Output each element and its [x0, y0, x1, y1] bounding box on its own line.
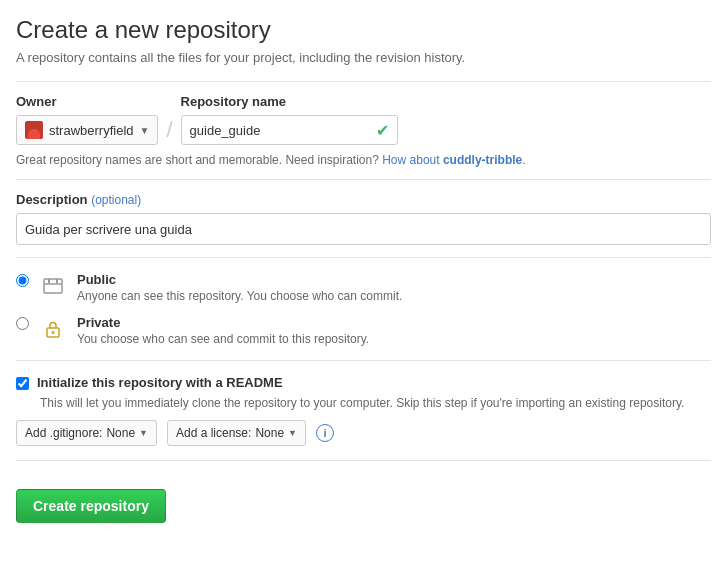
owner-name: strawberryfield [49, 123, 134, 138]
divider-3 [16, 257, 711, 258]
extras-row: Add .gitignore: None ▼ Add a license: No… [16, 420, 711, 446]
private-icon [39, 315, 67, 343]
repo-hint-how-about[interactable]: How about cuddly-tribble [382, 153, 522, 167]
gitignore-label: Add .gitignore: [25, 426, 102, 440]
divider-5 [16, 460, 711, 461]
owner-repo-row: Owner strawberryfield ▼ / Repository nam… [16, 94, 711, 145]
description-optional: (optional) [91, 193, 141, 207]
gitignore-arrow: ▼ [139, 428, 148, 438]
init-readme-checkbox[interactable] [16, 377, 29, 390]
owner-label: Owner [16, 94, 158, 109]
init-row: Initialize this repository with a README [16, 375, 711, 390]
description-input[interactable] [16, 213, 711, 245]
svg-rect-1 [48, 279, 50, 283]
page-title: Create a new repository [16, 16, 711, 44]
gitignore-value: None [106, 426, 135, 440]
owner-dropdown[interactable]: strawberryfield ▼ [16, 115, 158, 145]
description-label: Description (optional) [16, 192, 711, 207]
license-dropdown[interactable]: Add a license: None ▼ [167, 420, 306, 446]
info-icon[interactable]: i [316, 424, 334, 442]
create-repository-button[interactable]: Create repository [16, 489, 166, 523]
init-readme-label[interactable]: Initialize this repository with a README [37, 375, 283, 390]
visibility-section: Public Anyone can see this repository. Y… [16, 272, 711, 346]
divider-4 [16, 360, 711, 361]
description-section: Description (optional) [16, 192, 711, 245]
repo-name-input[interactable] [190, 123, 370, 138]
visibility-private-text: Private You choose who can see and commi… [77, 315, 369, 346]
init-section: Initialize this repository with a README… [16, 375, 711, 446]
license-value: None [255, 426, 284, 440]
owner-avatar [25, 121, 43, 139]
owner-dropdown-arrow: ▼ [140, 125, 150, 136]
license-label: Add a license: [176, 426, 251, 440]
public-icon [39, 272, 67, 300]
visibility-public-text: Public Anyone can see this repository. Y… [77, 272, 402, 303]
repo-name-field-group: Repository name ✔ [181, 94, 398, 145]
license-arrow: ▼ [288, 428, 297, 438]
owner-field-group: Owner strawberryfield ▼ [16, 94, 158, 145]
gitignore-dropdown[interactable]: Add .gitignore: None ▼ [16, 420, 157, 446]
owner-repo-separator: / [158, 115, 180, 145]
svg-rect-0 [44, 279, 62, 293]
svg-rect-2 [56, 279, 58, 283]
svg-point-5 [52, 331, 55, 334]
repo-hint-text: Great repository names are short and mem… [16, 153, 379, 167]
repo-name-label: Repository name [181, 94, 398, 109]
repo-name-valid-icon: ✔ [376, 121, 389, 140]
init-description: This will let you immediately clone the … [40, 396, 711, 410]
divider-2 [16, 179, 711, 180]
visibility-option-private[interactable]: Private You choose who can see and commi… [16, 315, 711, 346]
visibility-option-public[interactable]: Public Anyone can see this repository. Y… [16, 272, 711, 303]
visibility-radio-public[interactable] [16, 274, 29, 287]
repo-hint: Great repository names are short and mem… [16, 153, 711, 167]
owner-repo-section: Owner strawberryfield ▼ / Repository nam… [16, 94, 711, 167]
visibility-radio-private[interactable] [16, 317, 29, 330]
page-subtitle: A repository contains all the files for … [16, 50, 711, 65]
repo-name-input-wrap: ✔ [181, 115, 398, 145]
divider-1 [16, 81, 711, 82]
